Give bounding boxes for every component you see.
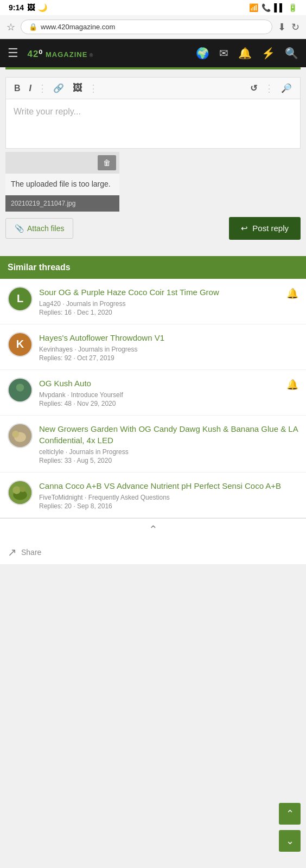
thread-author: Lag420 xyxy=(39,300,61,308)
svg-point-9 xyxy=(20,486,25,492)
bell-icon[interactable]: 🔔 xyxy=(286,288,298,299)
battery-icon: 🔋 xyxy=(288,3,297,12)
thread-category: Journals in Progress xyxy=(69,448,128,456)
post-reply-button[interactable]: ↩ Post reply xyxy=(229,217,301,240)
thread-content: Canna Coco A+B VS Advance Nutrient pH Pe… xyxy=(39,480,298,510)
attach-files-button[interactable]: 📎 Attach files xyxy=(5,218,73,239)
menu-icon[interactable]: ☰ xyxy=(8,46,18,60)
flash-icon[interactable]: ⚡ xyxy=(262,47,275,60)
thread-meta: FiveToMidnight · Frequently Asked Questi… xyxy=(39,494,298,501)
profile-avatar[interactable]: 🌍 xyxy=(196,47,209,60)
signal-icon: ▌▌ xyxy=(274,3,285,12)
bold-button[interactable]: B xyxy=(11,82,23,95)
thread-author: Mvpdank xyxy=(39,391,66,399)
thread-date: Oct 27, 2019 xyxy=(77,354,114,362)
bell-nav-icon[interactable]: 🔔 xyxy=(238,47,252,60)
photo-icon: 🖼 xyxy=(27,3,35,12)
avatar xyxy=(8,378,33,403)
thread-meta: celticlyle · Journals in Progress xyxy=(39,448,298,456)
share-icon[interactable]: ↗ xyxy=(8,546,17,559)
avatar xyxy=(8,423,33,448)
attach-files-label: Attach files xyxy=(27,224,64,233)
thread-title[interactable]: Hayes's Autoflower Throwdown V1 xyxy=(39,332,298,343)
post-reply-label: Post reply xyxy=(252,224,289,233)
browser-bar: ☆ 🔒 www.420magazine.com ⬇ ↻ xyxy=(0,15,306,39)
call-icon: 📞 xyxy=(262,3,271,12)
file-upload-section: 🗑 The uploaded file is too large. 202102… xyxy=(5,152,301,212)
green-separator xyxy=(5,67,301,69)
thread-title[interactable]: OG Kush Auto xyxy=(39,378,280,389)
thread-content: Hayes's Autoflower Throwdown V1 Kevinhay… xyxy=(39,332,298,362)
mail-icon[interactable]: ✉ xyxy=(219,47,228,60)
status-bar: 9:14 🖼 🌙 📶 📞 ▌▌ 🔋 xyxy=(0,0,306,15)
thread-category: Frequently Asked Questions xyxy=(88,494,170,501)
avatar: K xyxy=(8,332,33,357)
image-button[interactable]: 🖼 xyxy=(70,81,85,95)
thread-item[interactable]: K Hayes's Autoflower Throwdown V1 Kevinh… xyxy=(0,324,306,370)
thread-replies: Replies: 33 · Aug 5, 2020 xyxy=(39,457,298,464)
thread-date: Dec 1, 2020 xyxy=(77,309,112,316)
share-label: Share xyxy=(21,548,41,557)
link-button[interactable]: 🔗 xyxy=(50,81,67,95)
thread-item[interactable]: OG Kush Auto Mvpdank · Introduce Yoursel… xyxy=(0,370,306,416)
similar-threads-title: Similar threads xyxy=(8,263,71,272)
svg-point-5 xyxy=(12,430,19,437)
share-area: ↗ Share xyxy=(0,540,306,564)
bell-icon[interactable]: 🔔 xyxy=(286,379,298,391)
thread-date: Nov 29, 2020 xyxy=(77,400,116,407)
replies-count: 33 xyxy=(65,457,72,464)
editor-placeholder: Write your reply... xyxy=(14,107,81,116)
chevron-up-icon[interactable]: ⌃ xyxy=(149,523,158,536)
replies-count: 16 xyxy=(65,309,72,316)
svg-point-8 xyxy=(12,486,21,494)
thread-item[interactable]: New Growers Garden With OG Candy Dawg Ku… xyxy=(0,416,306,473)
similar-threads-header: Similar threads xyxy=(0,256,306,279)
logo-text: 42⁰ MAGAZINE ® xyxy=(27,49,93,59)
thread-item[interactable]: Canna Coco A+B VS Advance Nutrient pH Pe… xyxy=(0,473,306,518)
thread-author: FiveToMidnight xyxy=(39,494,83,501)
italic-button[interactable]: I xyxy=(27,82,34,95)
star-icon[interactable]: ☆ xyxy=(7,21,15,33)
url-bar[interactable]: 🔒 www.420magazine.com xyxy=(21,20,272,34)
file-card: 🗑 The uploaded file is too large. 202102… xyxy=(5,152,119,212)
delete-file-button[interactable]: 🗑 xyxy=(98,155,116,170)
editor-body[interactable]: Write your reply... xyxy=(6,99,300,148)
thread-item[interactable]: L Sour OG & Purple Haze Coco Coir 1st Ti… xyxy=(0,279,306,324)
svg-point-2 xyxy=(16,384,24,392)
paperclip-icon: 📎 xyxy=(15,224,24,233)
file-card-header: 🗑 xyxy=(5,152,119,174)
thread-title[interactable]: Sour OG & Purple Haze Coco Coir 1st Time… xyxy=(39,286,280,298)
time: 9:14 xyxy=(9,3,24,12)
reply-editor: B I ⋮ 🔗 🖼 ⋮ ↺ ⋮ 🔎 Write your reply... xyxy=(5,77,301,149)
preview-button[interactable]: 🔎 xyxy=(278,81,295,95)
thread-category: Journals in Progress xyxy=(66,300,125,308)
replies-count: 20 xyxy=(65,502,72,510)
avatar xyxy=(8,480,33,505)
file-error-message: The uploaded file is too large. xyxy=(5,174,119,193)
toolbar-sep-1: ⋮ xyxy=(37,82,47,94)
moon-icon: 🌙 xyxy=(38,3,47,12)
nav-logo: ☰ 42⁰ MAGAZINE ® xyxy=(8,46,93,60)
thread-content: New Growers Garden With OG Candy Dawg Ku… xyxy=(39,423,298,464)
refresh-icon[interactable]: ↻ xyxy=(291,21,299,33)
thread-replies: Replies: 48 · Nov 29, 2020 xyxy=(39,400,280,407)
toolbar-sep-2: ⋮ xyxy=(88,82,98,94)
thread-category: Journals in Progress xyxy=(78,346,137,353)
thread-replies: Replies: 16 · Dec 1, 2020 xyxy=(39,309,280,316)
search-icon[interactable]: 🔍 xyxy=(285,47,298,60)
thread-author: Kevinhayes xyxy=(39,346,73,353)
thread-date: Sep 8, 2016 xyxy=(77,502,112,510)
thread-content: Sour OG & Purple Haze Coco Coir 1st Time… xyxy=(39,286,280,316)
download-icon[interactable]: ⬇ xyxy=(278,21,286,33)
nav-bar: ☰ 42⁰ MAGAZINE ® 🌍 ✉ 🔔 ⚡ 🔍 xyxy=(0,39,306,67)
toolbar-sep-3: ⋮ xyxy=(264,82,274,94)
reply-arrow-icon: ↩ xyxy=(241,224,248,233)
undo-button[interactable]: ↺ xyxy=(247,81,260,95)
thread-title[interactable]: Canna Coco A+B VS Advance Nutrient pH Pe… xyxy=(39,480,298,492)
avatar: L xyxy=(8,286,33,311)
replies-count: 48 xyxy=(65,400,72,407)
editor-toolbar: B I ⋮ 🔗 🖼 ⋮ ↺ ⋮ 🔎 xyxy=(6,78,300,99)
thread-title[interactable]: New Growers Garden With OG Candy Dawg Ku… xyxy=(39,423,298,446)
nav-icons: 🌍 ✉ 🔔 ⚡ 🔍 xyxy=(196,47,298,60)
toolbar-right: ↺ ⋮ 🔎 xyxy=(247,81,295,95)
